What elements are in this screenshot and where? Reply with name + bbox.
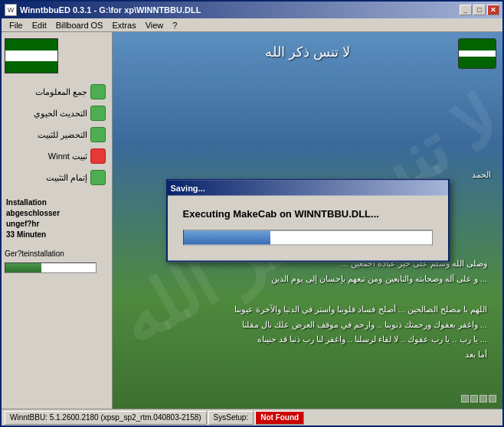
winnt-install-button[interactable]: ثبيت Winnt xyxy=(5,147,109,165)
syssetup-status: Not Found xyxy=(260,413,299,422)
menu-billboard-os[interactable]: Billboard OS xyxy=(51,20,108,31)
arabic-header: لا تنس ذكر الله xyxy=(128,44,487,60)
dialog-message: Executing MakeCab on WINNTBBU.DLL... xyxy=(183,208,433,220)
arabic-line-6: أما بعد xyxy=(128,347,487,363)
finish-install-label: إتمام التثبيت xyxy=(46,173,87,183)
winntbbu-label-panel: WinntBBU: 5.1.2600.2180 (xpsp_sp2_rtm.04… xyxy=(5,411,207,425)
prepare-install-button[interactable]: التحضير للثبيت xyxy=(5,125,109,144)
progress-bar xyxy=(5,262,97,273)
dialog-title-bar: Saving... xyxy=(168,181,448,196)
bio-update-icon xyxy=(90,106,106,121)
install-info: Installationabgeschlosserungef?hr33 Minu… xyxy=(5,196,109,242)
dialog-body: Executing MakeCab on WINNTBBU.DLL... xyxy=(168,196,448,261)
main-content: جمع المعلومات التحديث الحيوي التحضير للث… xyxy=(2,32,502,409)
arabic-line-3: اللهم يا مصلح الصالحين ... أصلح فساد قلو… xyxy=(128,302,487,318)
winntbbu-value: 5.1.2600.2180 (xpsp_sp2_rtm.040803-2158) xyxy=(50,413,201,422)
prepare-install-label: التحضير للثبيت xyxy=(38,130,87,140)
arabic-line-4: ... واغفر بعفوك ورحمتك ذنوبنا .. وارحم ف… xyxy=(128,318,487,333)
status-bar: WinntBBU: 5.1.2600.2180 (xpsp_sp2_rtm.04… xyxy=(2,409,502,425)
arabic-text-block: وصلى الله وسلم على خير عباده أجمعين ... … xyxy=(128,256,487,363)
small-squares xyxy=(461,395,496,403)
left-panel: جمع المعلومات التحديث الحيوي التحضير للث… xyxy=(2,32,113,409)
sq4 xyxy=(489,395,496,403)
desktop-area: لا تنس ذكر الله لا تنس ذكر الله الحمد وص… xyxy=(113,32,502,409)
syssetup-label-panel: SysSetup: xyxy=(208,411,254,425)
window-icon: W xyxy=(5,4,17,16)
progress-bar-fill xyxy=(5,263,41,272)
minimize-button[interactable]: _ xyxy=(460,5,472,15)
main-window: W WinntbbuED 0.3.1 - G:\for xp\WINNTBBU.… xyxy=(0,0,504,427)
mid-text: الحمد xyxy=(472,170,491,180)
arabic-line-2: ... و على آله وصحابته والتابعين ومن تبعه… xyxy=(128,272,487,287)
saving-dialog: Saving... Executing MakeCab on WINNTBBU.… xyxy=(166,179,450,262)
menu-bar: File Edit Billboard OS Extras View ? xyxy=(2,18,502,32)
winnt-install-label: ثبيت Winnt xyxy=(48,152,87,161)
menu-help[interactable]: ? xyxy=(168,20,182,31)
winntbbu-label: WinntBBU: xyxy=(10,413,47,422)
collect-info-icon xyxy=(90,84,106,99)
sq3 xyxy=(479,395,487,403)
collect-info-button[interactable]: جمع المعلومات xyxy=(5,83,109,101)
dialog-progress-bar xyxy=(183,230,433,246)
menu-edit[interactable]: Edit xyxy=(28,20,51,31)
arabic-line-5: ... يا رب .. يا رب عفوك .. لا لقاء لرسلن… xyxy=(128,332,487,347)
menu-file[interactable]: File xyxy=(5,20,28,31)
window-controls: _ □ ✕ xyxy=(460,5,499,15)
syssetup-status-panel: Not Found xyxy=(255,411,304,425)
window-title: WinntbbuED 0.3.1 - G:\for xp\WINNTBBU.DL… xyxy=(20,5,201,15)
finish-install-button[interactable]: إتمام التثبيت xyxy=(5,168,109,187)
dialog-title: Saving... xyxy=(171,184,205,193)
close-button[interactable]: ✕ xyxy=(487,5,499,15)
maximize-button[interactable]: □ xyxy=(473,5,486,15)
progress-label: Ger?teinstallation xyxy=(5,249,109,258)
menu-extras[interactable]: Extras xyxy=(107,20,140,31)
finish-install-icon xyxy=(90,170,106,185)
collect-info-label: جمع المعلومات xyxy=(35,87,87,97)
syssetup-label: SysSetup: xyxy=(214,413,249,422)
dialog-progress-fill xyxy=(184,231,270,245)
saudi-flag xyxy=(5,38,58,73)
sq2 xyxy=(470,395,478,403)
sq1 xyxy=(461,395,469,403)
menu-view[interactable]: View xyxy=(141,20,169,31)
winnt-install-icon xyxy=(90,148,106,164)
title-bar-left: W WinntbbuED 0.3.1 - G:\for xp\WINNTBBU.… xyxy=(5,4,201,16)
bio-update-label: التحديث الحيوي xyxy=(34,109,87,119)
bio-update-button[interactable]: التحديث الحيوي xyxy=(5,104,109,122)
prepare-install-icon xyxy=(90,127,106,142)
title-bar: W WinntbbuED 0.3.1 - G:\for xp\WINNTBBU.… xyxy=(2,2,502,18)
